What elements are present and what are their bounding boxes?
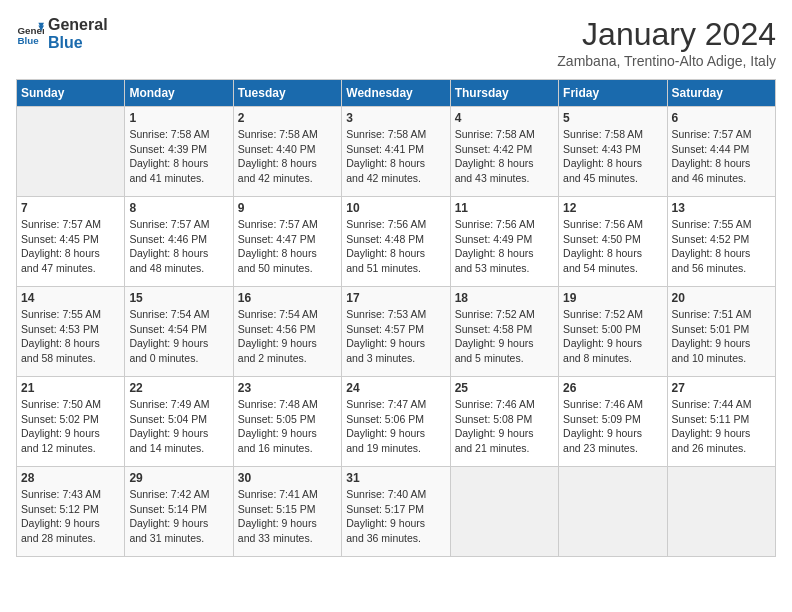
day-info: Sunrise: 7:57 AM Sunset: 4:47 PM Dayligh… bbox=[238, 217, 337, 276]
calendar-day-cell: 5Sunrise: 7:58 AM Sunset: 4:43 PM Daylig… bbox=[559, 107, 667, 197]
day-number: 28 bbox=[21, 471, 120, 485]
calendar-day-cell: 14Sunrise: 7:55 AM Sunset: 4:53 PM Dayli… bbox=[17, 287, 125, 377]
day-info: Sunrise: 7:50 AM Sunset: 5:02 PM Dayligh… bbox=[21, 397, 120, 456]
logo: General Blue General Blue bbox=[16, 16, 108, 51]
day-info: Sunrise: 7:51 AM Sunset: 5:01 PM Dayligh… bbox=[672, 307, 771, 366]
calendar-day-cell: 21Sunrise: 7:50 AM Sunset: 5:02 PM Dayli… bbox=[17, 377, 125, 467]
day-info: Sunrise: 7:53 AM Sunset: 4:57 PM Dayligh… bbox=[346, 307, 445, 366]
day-number: 7 bbox=[21, 201, 120, 215]
day-info: Sunrise: 7:58 AM Sunset: 4:39 PM Dayligh… bbox=[129, 127, 228, 186]
day-info: Sunrise: 7:58 AM Sunset: 4:42 PM Dayligh… bbox=[455, 127, 554, 186]
calendar-week-row: 7Sunrise: 7:57 AM Sunset: 4:45 PM Daylig… bbox=[17, 197, 776, 287]
day-number: 14 bbox=[21, 291, 120, 305]
calendar-day-cell: 26Sunrise: 7:46 AM Sunset: 5:09 PM Dayli… bbox=[559, 377, 667, 467]
calendar-week-row: 14Sunrise: 7:55 AM Sunset: 4:53 PM Dayli… bbox=[17, 287, 776, 377]
svg-text:Blue: Blue bbox=[17, 34, 39, 45]
day-info: Sunrise: 7:57 AM Sunset: 4:46 PM Dayligh… bbox=[129, 217, 228, 276]
day-number: 16 bbox=[238, 291, 337, 305]
day-number: 31 bbox=[346, 471, 445, 485]
day-info: Sunrise: 7:43 AM Sunset: 5:12 PM Dayligh… bbox=[21, 487, 120, 546]
month-title: January 2024 bbox=[557, 16, 776, 53]
weekday-header-cell: Thursday bbox=[450, 80, 558, 107]
day-number: 30 bbox=[238, 471, 337, 485]
calendar-day-cell: 29Sunrise: 7:42 AM Sunset: 5:14 PM Dayli… bbox=[125, 467, 233, 557]
day-info: Sunrise: 7:44 AM Sunset: 5:11 PM Dayligh… bbox=[672, 397, 771, 456]
day-info: Sunrise: 7:57 AM Sunset: 4:45 PM Dayligh… bbox=[21, 217, 120, 276]
calendar-day-cell: 15Sunrise: 7:54 AM Sunset: 4:54 PM Dayli… bbox=[125, 287, 233, 377]
calendar-day-cell: 19Sunrise: 7:52 AM Sunset: 5:00 PM Dayli… bbox=[559, 287, 667, 377]
weekday-header-cell: Monday bbox=[125, 80, 233, 107]
day-info: Sunrise: 7:58 AM Sunset: 4:43 PM Dayligh… bbox=[563, 127, 662, 186]
day-info: Sunrise: 7:58 AM Sunset: 4:41 PM Dayligh… bbox=[346, 127, 445, 186]
calendar-day-cell: 11Sunrise: 7:56 AM Sunset: 4:49 PM Dayli… bbox=[450, 197, 558, 287]
calendar-day-cell: 8Sunrise: 7:57 AM Sunset: 4:46 PM Daylig… bbox=[125, 197, 233, 287]
title-area: January 2024 Zambana, Trentino-Alto Adig… bbox=[557, 16, 776, 69]
calendar-day-cell: 25Sunrise: 7:46 AM Sunset: 5:08 PM Dayli… bbox=[450, 377, 558, 467]
day-info: Sunrise: 7:47 AM Sunset: 5:06 PM Dayligh… bbox=[346, 397, 445, 456]
day-info: Sunrise: 7:52 AM Sunset: 5:00 PM Dayligh… bbox=[563, 307, 662, 366]
calendar-day-cell: 2Sunrise: 7:58 AM Sunset: 4:40 PM Daylig… bbox=[233, 107, 341, 197]
logo-icon: General Blue bbox=[16, 20, 44, 48]
calendar-day-cell bbox=[559, 467, 667, 557]
day-number: 29 bbox=[129, 471, 228, 485]
day-info: Sunrise: 7:49 AM Sunset: 5:04 PM Dayligh… bbox=[129, 397, 228, 456]
day-number: 5 bbox=[563, 111, 662, 125]
calendar-day-cell: 27Sunrise: 7:44 AM Sunset: 5:11 PM Dayli… bbox=[667, 377, 775, 467]
day-number: 10 bbox=[346, 201, 445, 215]
calendar-day-cell: 4Sunrise: 7:58 AM Sunset: 4:42 PM Daylig… bbox=[450, 107, 558, 197]
day-info: Sunrise: 7:56 AM Sunset: 4:49 PM Dayligh… bbox=[455, 217, 554, 276]
day-info: Sunrise: 7:46 AM Sunset: 5:08 PM Dayligh… bbox=[455, 397, 554, 456]
day-number: 8 bbox=[129, 201, 228, 215]
calendar-day-cell: 12Sunrise: 7:56 AM Sunset: 4:50 PM Dayli… bbox=[559, 197, 667, 287]
day-info: Sunrise: 7:56 AM Sunset: 4:50 PM Dayligh… bbox=[563, 217, 662, 276]
calendar-day-cell: 28Sunrise: 7:43 AM Sunset: 5:12 PM Dayli… bbox=[17, 467, 125, 557]
day-number: 20 bbox=[672, 291, 771, 305]
calendar-day-cell: 13Sunrise: 7:55 AM Sunset: 4:52 PM Dayli… bbox=[667, 197, 775, 287]
calendar-day-cell bbox=[667, 467, 775, 557]
calendar-day-cell: 7Sunrise: 7:57 AM Sunset: 4:45 PM Daylig… bbox=[17, 197, 125, 287]
day-info: Sunrise: 7:48 AM Sunset: 5:05 PM Dayligh… bbox=[238, 397, 337, 456]
logo-text: General Blue bbox=[48, 16, 108, 51]
day-info: Sunrise: 7:41 AM Sunset: 5:15 PM Dayligh… bbox=[238, 487, 337, 546]
day-number: 23 bbox=[238, 381, 337, 395]
weekday-header-cell: Saturday bbox=[667, 80, 775, 107]
calendar-day-cell: 18Sunrise: 7:52 AM Sunset: 4:58 PM Dayli… bbox=[450, 287, 558, 377]
calendar-day-cell: 1Sunrise: 7:58 AM Sunset: 4:39 PM Daylig… bbox=[125, 107, 233, 197]
calendar-day-cell: 16Sunrise: 7:54 AM Sunset: 4:56 PM Dayli… bbox=[233, 287, 341, 377]
location-title: Zambana, Trentino-Alto Adige, Italy bbox=[557, 53, 776, 69]
day-info: Sunrise: 7:52 AM Sunset: 4:58 PM Dayligh… bbox=[455, 307, 554, 366]
calendar-day-cell: 22Sunrise: 7:49 AM Sunset: 5:04 PM Dayli… bbox=[125, 377, 233, 467]
day-number: 1 bbox=[129, 111, 228, 125]
weekday-header-cell: Wednesday bbox=[342, 80, 450, 107]
day-number: 4 bbox=[455, 111, 554, 125]
day-number: 26 bbox=[563, 381, 662, 395]
day-number: 13 bbox=[672, 201, 771, 215]
calendar-day-cell bbox=[17, 107, 125, 197]
calendar-week-row: 1Sunrise: 7:58 AM Sunset: 4:39 PM Daylig… bbox=[17, 107, 776, 197]
calendar-day-cell: 10Sunrise: 7:56 AM Sunset: 4:48 PM Dayli… bbox=[342, 197, 450, 287]
day-info: Sunrise: 7:42 AM Sunset: 5:14 PM Dayligh… bbox=[129, 487, 228, 546]
calendar-day-cell: 31Sunrise: 7:40 AM Sunset: 5:17 PM Dayli… bbox=[342, 467, 450, 557]
day-number: 22 bbox=[129, 381, 228, 395]
day-info: Sunrise: 7:56 AM Sunset: 4:48 PM Dayligh… bbox=[346, 217, 445, 276]
weekday-header-cell: Sunday bbox=[17, 80, 125, 107]
day-info: Sunrise: 7:54 AM Sunset: 4:56 PM Dayligh… bbox=[238, 307, 337, 366]
day-number: 15 bbox=[129, 291, 228, 305]
day-number: 6 bbox=[672, 111, 771, 125]
day-number: 11 bbox=[455, 201, 554, 215]
day-info: Sunrise: 7:55 AM Sunset: 4:53 PM Dayligh… bbox=[21, 307, 120, 366]
calendar-week-row: 28Sunrise: 7:43 AM Sunset: 5:12 PM Dayli… bbox=[17, 467, 776, 557]
calendar-day-cell: 30Sunrise: 7:41 AM Sunset: 5:15 PM Dayli… bbox=[233, 467, 341, 557]
day-info: Sunrise: 7:57 AM Sunset: 4:44 PM Dayligh… bbox=[672, 127, 771, 186]
calendar-day-cell: 6Sunrise: 7:57 AM Sunset: 4:44 PM Daylig… bbox=[667, 107, 775, 197]
day-number: 24 bbox=[346, 381, 445, 395]
calendar-day-cell: 24Sunrise: 7:47 AM Sunset: 5:06 PM Dayli… bbox=[342, 377, 450, 467]
day-info: Sunrise: 7:40 AM Sunset: 5:17 PM Dayligh… bbox=[346, 487, 445, 546]
weekday-header-cell: Tuesday bbox=[233, 80, 341, 107]
weekday-header-row: SundayMondayTuesdayWednesdayThursdayFrid… bbox=[17, 80, 776, 107]
calendar-day-cell: 9Sunrise: 7:57 AM Sunset: 4:47 PM Daylig… bbox=[233, 197, 341, 287]
calendar-table: SundayMondayTuesdayWednesdayThursdayFrid… bbox=[16, 79, 776, 557]
calendar-body: 1Sunrise: 7:58 AM Sunset: 4:39 PM Daylig… bbox=[17, 107, 776, 557]
calendar-day-cell: 23Sunrise: 7:48 AM Sunset: 5:05 PM Dayli… bbox=[233, 377, 341, 467]
day-number: 18 bbox=[455, 291, 554, 305]
